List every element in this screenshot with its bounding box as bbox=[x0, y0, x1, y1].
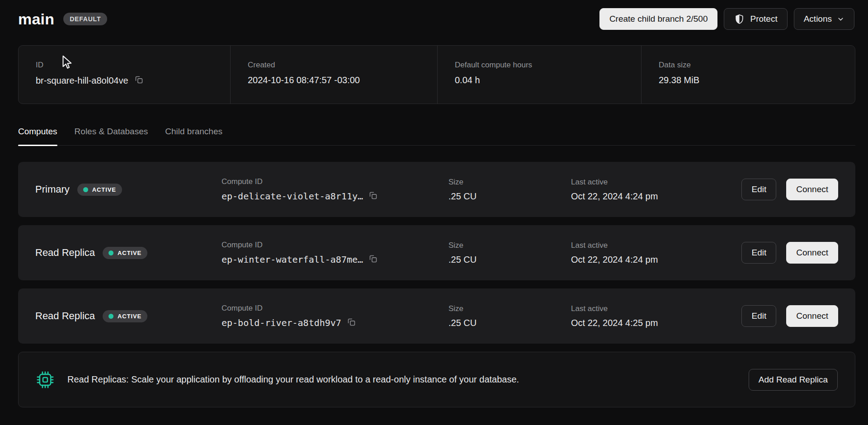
page-title: main bbox=[18, 10, 54, 28]
copy-compute-id-icon[interactable] bbox=[368, 191, 378, 202]
last-active-cell: Last active Oct 22, 2024 4:24 pm bbox=[571, 178, 741, 202]
copy-branch-id-icon[interactable] bbox=[134, 75, 144, 86]
read-replica-banner-text: Read Replicas: Scale your application by… bbox=[67, 374, 519, 385]
compute-id-label: Compute ID bbox=[222, 177, 448, 186]
shield-icon bbox=[734, 14, 745, 25]
compute-id-value: ep-winter-waterfall-a87me… bbox=[222, 254, 363, 265]
field-compute-hours-value: 0.04 h bbox=[455, 75, 480, 85]
compute-name: Read Replica bbox=[35, 247, 95, 259]
last-active-value: Oct 22, 2024 4:25 pm bbox=[571, 318, 741, 328]
chevron-down-icon bbox=[837, 15, 844, 23]
actions-button[interactable]: Actions bbox=[794, 8, 854, 30]
field-data-size-label: Data size bbox=[659, 61, 855, 70]
field-id-label: ID bbox=[36, 61, 230, 70]
field-created-value: 2024-10-16 08:47:57 -03:00 bbox=[248, 75, 360, 85]
protect-label: Protect bbox=[750, 14, 777, 24]
compute-name: Primary bbox=[35, 184, 70, 195]
compute-id-value: ep-delicate-violet-a8r11y… bbox=[222, 191, 363, 202]
size-label: Size bbox=[448, 178, 571, 187]
compute-id-label: Compute ID bbox=[222, 241, 448, 250]
field-id: ID br-square-hill-a8ol04ve bbox=[19, 46, 230, 104]
status-badge: ACTIVE bbox=[103, 247, 147, 259]
compute-id-label: Compute ID bbox=[222, 304, 448, 313]
edit-button[interactable]: Edit bbox=[741, 242, 776, 264]
compute-id-cell: Compute ID ep-bold-river-a8tdh9v7 bbox=[222, 304, 448, 328]
compute-name: Read Replica bbox=[35, 310, 95, 322]
status-label: ACTIVE bbox=[92, 186, 116, 193]
add-read-replica-button[interactable]: Add Read Replica bbox=[749, 369, 838, 391]
compute-name-cell: Read Replica ACTIVE bbox=[35, 247, 222, 259]
field-data-size: Data size 29.38 MiB bbox=[641, 46, 855, 104]
connect-button[interactable]: Connect bbox=[786, 179, 838, 200]
tab-computes[interactable]: Computes bbox=[18, 127, 57, 145]
tab-child-branches[interactable]: Child branches bbox=[165, 127, 222, 145]
row-actions: Edit Connect bbox=[741, 305, 838, 327]
branch-tabs: Computes Roles & Databases Child branche… bbox=[18, 127, 855, 146]
last-active-label: Last active bbox=[571, 178, 741, 187]
read-replica-banner: Read Replicas: Scale your application by… bbox=[18, 352, 855, 407]
status-badge: ACTIVE bbox=[103, 310, 147, 322]
compute-row-primary: Primary ACTIVE Compute ID ep-delicate-vi… bbox=[18, 162, 855, 217]
branch-header: main DEFAULT Create child branch 2/500 P… bbox=[0, 0, 868, 30]
edit-button[interactable]: Edit bbox=[741, 179, 776, 200]
copy-compute-id-icon[interactable] bbox=[347, 317, 356, 328]
protect-button[interactable]: Protect bbox=[724, 8, 787, 30]
compute-row-read-replica-1: Read Replica ACTIVE Compute ID ep-winter… bbox=[18, 225, 855, 280]
field-created: Created 2024-10-16 08:47:57 -03:00 bbox=[230, 46, 437, 104]
compute-id-value: ep-bold-river-a8tdh9v7 bbox=[222, 317, 341, 328]
field-created-label: Created bbox=[248, 61, 437, 70]
create-child-branch-label: Create child branch 2/500 bbox=[609, 14, 708, 24]
last-active-cell: Last active Oct 22, 2024 4:24 pm bbox=[571, 241, 741, 265]
size-label: Size bbox=[448, 241, 571, 250]
copy-compute-id-icon[interactable] bbox=[368, 254, 378, 265]
tab-roles-databases[interactable]: Roles & Databases bbox=[75, 127, 148, 145]
actions-label: Actions bbox=[804, 14, 832, 24]
title-group: main DEFAULT bbox=[18, 10, 107, 28]
compute-id-cell: Compute ID ep-delicate-violet-a8r11y… bbox=[222, 177, 448, 202]
size-value: .25 CU bbox=[448, 318, 571, 328]
size-label: Size bbox=[448, 304, 571, 313]
status-dot-icon bbox=[108, 314, 113, 319]
last-active-label: Last active bbox=[571, 241, 741, 250]
compute-id-cell: Compute ID ep-winter-waterfall-a87me… bbox=[222, 241, 448, 265]
field-id-value: br-square-hill-a8ol04ve bbox=[36, 76, 128, 86]
connect-button[interactable]: Connect bbox=[786, 242, 838, 264]
status-label: ACTIVE bbox=[118, 313, 142, 320]
header-actions: Create child branch 2/500 Protect Action… bbox=[599, 8, 854, 30]
last-active-value: Oct 22, 2024 4:24 pm bbox=[571, 255, 741, 265]
compute-row-read-replica-2: Read Replica ACTIVE Compute ID ep-bold-r… bbox=[18, 288, 855, 344]
last-active-cell: Last active Oct 22, 2024 4:25 pm bbox=[571, 304, 741, 328]
size-value: .25 CU bbox=[448, 255, 571, 265]
status-label: ACTIVE bbox=[118, 250, 142, 256]
compute-name-cell: Read Replica ACTIVE bbox=[35, 310, 222, 322]
status-badge: ACTIVE bbox=[77, 184, 122, 196]
row-actions: Edit Connect bbox=[741, 179, 838, 200]
field-compute-hours-label: Default compute hours bbox=[455, 61, 641, 70]
last-active-label: Last active bbox=[571, 304, 741, 313]
edit-button[interactable]: Edit bbox=[741, 305, 776, 327]
field-data-size-value: 29.38 MiB bbox=[659, 75, 699, 85]
size-value: .25 CU bbox=[448, 191, 571, 202]
cpu-icon bbox=[36, 370, 55, 389]
row-actions: Edit Connect bbox=[741, 242, 838, 264]
status-dot-icon bbox=[108, 250, 113, 255]
size-cell: Size .25 CU bbox=[448, 304, 571, 328]
branch-details-card: ID br-square-hill-a8ol04ve Created 2024-… bbox=[18, 45, 855, 104]
connect-button[interactable]: Connect bbox=[786, 305, 838, 327]
status-dot-icon bbox=[83, 187, 88, 192]
size-cell: Size .25 CU bbox=[448, 178, 571, 202]
size-cell: Size .25 CU bbox=[448, 241, 571, 265]
default-badge: DEFAULT bbox=[63, 13, 107, 25]
create-child-branch-button[interactable]: Create child branch 2/500 bbox=[599, 8, 718, 30]
compute-name-cell: Primary ACTIVE bbox=[35, 184, 222, 196]
field-compute-hours: Default compute hours 0.04 h bbox=[437, 46, 641, 104]
last-active-value: Oct 22, 2024 4:24 pm bbox=[571, 191, 741, 202]
